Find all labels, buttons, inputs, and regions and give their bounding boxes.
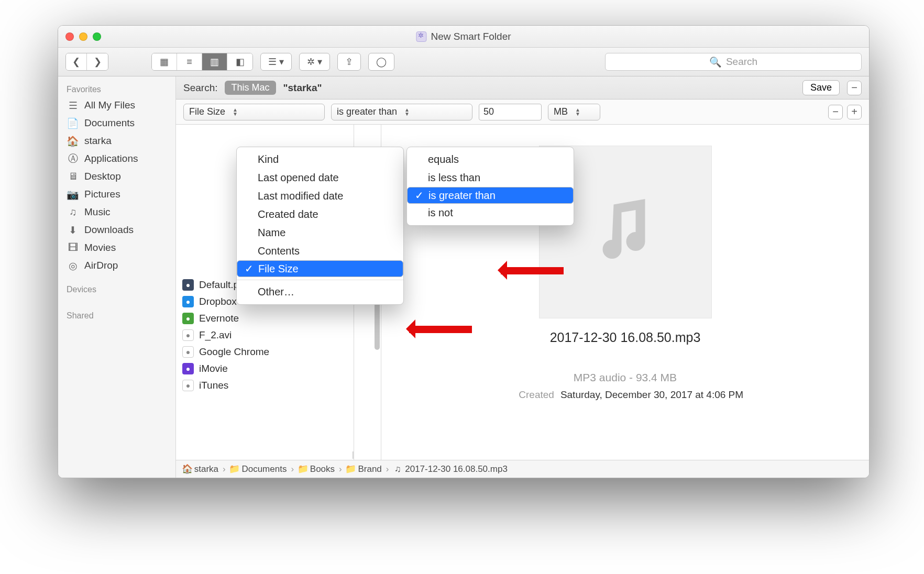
back-button[interactable]: ❮	[66, 53, 87, 70]
file-label: Evernote	[199, 313, 239, 324]
scope-folder[interactable]: "starka"	[283, 82, 322, 94]
search-icon: 🔍	[709, 56, 722, 68]
file-label: F_2.avi	[199, 329, 232, 341]
sidebar-item-label: Desktop	[84, 171, 121, 182]
criteria-value-input[interactable]	[479, 104, 542, 120]
sidebar-item-applications[interactable]: ⒶApplications	[58, 150, 175, 168]
close-icon[interactable]	[65, 32, 74, 41]
save-button[interactable]: Save	[802, 80, 840, 95]
menu-item[interactable]: is less than	[407, 169, 574, 187]
arrange-button[interactable]: ☰ ▾	[260, 53, 292, 71]
chevron-right-icon: ›	[222, 464, 227, 474]
attribute-menu[interactable]: KindLast opened dateLast modified dateCr…	[236, 147, 404, 305]
view-icons-button[interactable]: ▦	[152, 53, 177, 70]
chevron-right-icon: ›	[290, 464, 295, 474]
remove-criteria-button[interactable]: −	[828, 105, 843, 119]
sidebar-item-documents[interactable]: 📄Documents	[58, 114, 175, 132]
sidebar-item-label: Pictures	[84, 189, 120, 200]
preview-kind-size: MP3 audio - 93.4 MB	[574, 371, 677, 384]
menu-item[interactable]: equals	[407, 150, 574, 169]
path-segment[interactable]: ♫ 2017-12-30 16.08.50.mp3	[393, 464, 508, 474]
list-item[interactable]: ●iTunes	[176, 377, 354, 394]
list-item[interactable]: ●F_2.avi	[176, 327, 354, 344]
menu-item[interactable]: is greater than	[407, 187, 574, 204]
scope-this-mac[interactable]: This Mac	[225, 81, 276, 95]
menu-item[interactable]: File Size	[237, 260, 403, 277]
add-criteria-button[interactable]: +	[847, 105, 862, 119]
path-segment[interactable]: 📁 Documents	[230, 464, 287, 474]
menu-item[interactable]: Contents	[237, 242, 403, 260]
sidebar-item-label: AirDrop	[84, 260, 118, 271]
chevron-right-icon: ›	[385, 464, 390, 474]
remove-search-button[interactable]: −	[847, 81, 862, 95]
db-icon: ●	[182, 296, 194, 307]
sidebar-item-pictures[interactable]: 📷Pictures	[58, 185, 175, 203]
file-label: iTunes	[199, 380, 228, 391]
menu-item[interactable]: Last opened date	[237, 169, 403, 187]
view-mode-segment[interactable]: ▦ ≡ ▥ ◧	[151, 53, 253, 71]
forward-button[interactable]: ❯	[87, 53, 108, 70]
sidebar-item-label: starka	[84, 135, 112, 147]
desktop-icon: 🖥	[67, 171, 79, 182]
annotation-arrow	[409, 326, 472, 333]
sidebar-item-airdrop[interactable]: ◎AirDrop	[58, 257, 175, 274]
list-item[interactable]: ●Evernote	[176, 310, 354, 327]
sidebar-item-music[interactable]: ♫Music	[58, 203, 175, 221]
action-button[interactable]: ✲ ▾	[299, 53, 330, 71]
path-segment[interactable]: 📁 Brand	[346, 464, 382, 474]
sidebar-item-movies[interactable]: 🎞Movies	[58, 239, 175, 257]
menu-item[interactable]: Kind	[237, 150, 403, 169]
preview-created-label: Created	[507, 389, 554, 401]
gc-icon: ●	[182, 346, 194, 358]
menu-item-other[interactable]: Other…	[237, 283, 403, 301]
path-segment[interactable]: 🏠 starka	[182, 464, 218, 474]
view-columns-button[interactable]: ▥	[202, 53, 227, 70]
main-area: Search: This Mac "starka" Save − File Si…	[176, 76, 869, 478]
zoom-icon[interactable]	[93, 32, 101, 41]
criteria-comparator-select[interactable]: is greater than ▲▼	[331, 104, 472, 120]
folder-icon: 📁	[298, 465, 307, 473]
chevron-right-icon: ›	[338, 464, 343, 474]
search-label: Search:	[183, 82, 217, 94]
list-item[interactable]: ●Google Chrome	[176, 344, 354, 360]
menu-item[interactable]: Created date	[237, 205, 403, 224]
menu-item[interactable]: is not	[407, 204, 574, 222]
list-item[interactable]: ●iMovie	[176, 360, 354, 377]
finder-window: New Smart Folder ❮ ❯ ▦ ≡ ▥ ◧ ☰ ▾ ✲ ▾ ⇪ ◯…	[58, 25, 870, 478]
search-input[interactable]: 🔍 Search	[605, 53, 862, 71]
mp3-icon: ♫	[393, 465, 403, 473]
apps-icon: Ⓐ	[67, 153, 79, 164]
film-icon: 🎞	[67, 242, 79, 253]
minimize-icon[interactable]	[79, 32, 87, 41]
camera-icon: 📷	[67, 189, 79, 200]
sidebar-item-all-my-files[interactable]: ☰All My Files	[58, 96, 175, 114]
nav-back-forward[interactable]: ❮ ❯	[65, 53, 108, 71]
updown-icon: ▲▼	[233, 108, 238, 116]
criteria-comparator-label: is greater than	[337, 106, 397, 117]
stack-icon: ☰	[67, 100, 79, 111]
sidebar-item-downloads[interactable]: ⬇︎Downloads	[58, 221, 175, 239]
share-button[interactable]: ⇪	[337, 53, 361, 71]
path-segment[interactable]: 📁 Books	[298, 464, 335, 474]
criteria-unit-select[interactable]: MB ▲▼	[548, 104, 600, 120]
path-bar[interactable]: 🏠 starka›📁 Documents›📁 Books›📁 Brand›♫ 2…	[176, 460, 869, 478]
columns-content: ●Default.p3m●Dropbox●Evernote●F_2.avi●Go…	[176, 125, 869, 460]
view-list-button[interactable]: ≡	[177, 53, 202, 70]
home-icon: 🏠	[182, 465, 192, 473]
p3m-icon: ●	[182, 279, 194, 291]
file-label: Dropbox	[199, 296, 237, 307]
sidebar-item-starka[interactable]: 🏠starka	[58, 132, 175, 150]
download-icon: ⬇︎	[67, 224, 79, 236]
menu-item[interactable]: Name	[237, 224, 403, 242]
comparator-menu[interactable]: equalsis less thanis greater thanis not	[406, 147, 574, 226]
tags-button[interactable]: ◯	[368, 53, 394, 71]
menu-item[interactable]: Last modified date	[237, 187, 403, 205]
sidebar-item-desktop[interactable]: 🖥Desktop	[58, 168, 175, 185]
updown-icon: ▲▼	[404, 108, 410, 116]
criteria-attribute-select[interactable]: File Size ▲▼	[183, 104, 325, 120]
view-gallery-button[interactable]: ◧	[227, 53, 252, 70]
sidebar-heading-devices: Devices	[58, 282, 175, 296]
updown-icon: ▲▼	[575, 108, 580, 116]
preview-created-value: Saturday, December 30, 2017 at 4:06 PM	[560, 389, 743, 401]
sidebar-item-label: Downloads	[84, 224, 134, 236]
